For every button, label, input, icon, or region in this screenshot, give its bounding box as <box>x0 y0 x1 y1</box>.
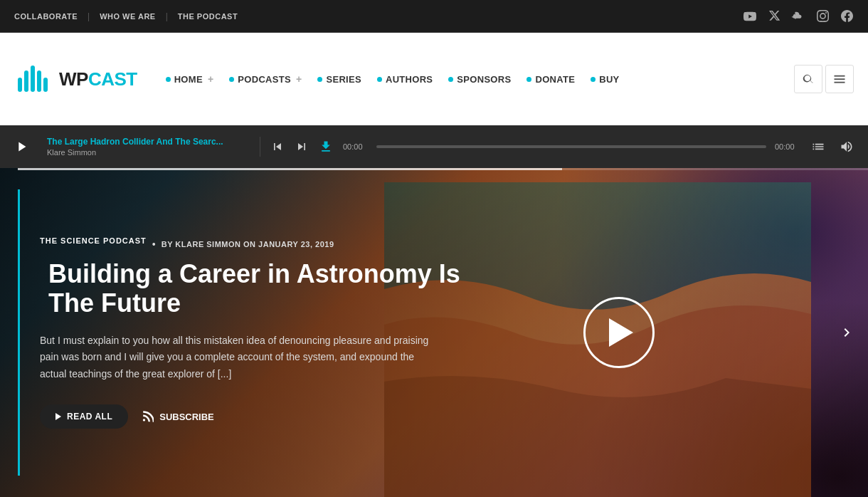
hero-next-button[interactable] <box>834 320 859 345</box>
read-all-button[interactable]: READ ALL <box>40 404 128 429</box>
hero-play-button[interactable] <box>583 297 655 368</box>
soundcloud-icon[interactable] <box>791 9 805 23</box>
svg-rect-7 <box>835 82 845 83</box>
hero-content: THE SCIENCE PODCAST • BY KLARE SIMMON ON… <box>0 168 534 497</box>
progress-bar[interactable] <box>376 145 766 148</box>
hero-buttons: READ ALL SUBSCRIBE <box>40 404 505 429</box>
menu-button[interactable] <box>825 65 854 93</box>
time-total: 00:00 <box>775 142 800 151</box>
next-button[interactable] <box>293 138 310 155</box>
read-all-label: READ ALL <box>67 412 112 422</box>
play-triangle-icon <box>55 413 61 420</box>
nav-donate[interactable]: DONATE <box>519 70 582 89</box>
hero-section: THE SCIENCE PODCAST • BY KLARE SIMMON ON… <box>0 168 868 497</box>
svg-rect-5 <box>835 75 845 77</box>
queue-button[interactable] <box>808 137 828 157</box>
header-actions <box>794 65 854 93</box>
hero-title: Building a Career in Astronomy Is The Fu… <box>40 259 505 318</box>
svg-rect-3 <box>37 70 41 92</box>
nav-dot <box>229 77 234 82</box>
nav-authors[interactable]: AUTHORS <box>370 70 440 89</box>
svg-rect-0 <box>18 78 22 92</box>
time-current: 00:00 <box>343 142 368 151</box>
top-bar: COLLABORATE | WHO WE ARE | THE PODCAST <box>0 0 868 33</box>
download-button[interactable] <box>317 138 334 155</box>
hero-excerpt: But I must explain to you how all this m… <box>40 333 431 383</box>
svg-rect-2 <box>31 66 35 92</box>
track-title: The Large Hadron Collider And The Searc.… <box>47 137 253 147</box>
track-info: The Large Hadron Collider And The Searc.… <box>40 137 260 157</box>
search-button[interactable] <box>794 65 822 93</box>
previous-button[interactable] <box>269 138 286 155</box>
svg-rect-4 <box>43 78 48 92</box>
header: WPCAST HOME + PODCASTS + SERIES AUTHORS … <box>0 33 868 125</box>
twitter-icon[interactable] <box>767 9 781 23</box>
nav-podcasts[interactable]: PODCASTS + <box>222 69 309 89</box>
topbar-link-who-we-are[interactable]: WHO WE ARE <box>90 12 166 21</box>
subscribe-label: SUBSCRIBE <box>159 412 214 422</box>
facebook-icon[interactable] <box>840 9 854 23</box>
logo[interactable]: WPCAST <box>14 60 137 99</box>
play-icon <box>609 318 633 347</box>
nav-dot <box>377 77 382 82</box>
nav-dot <box>591 77 596 82</box>
svg-rect-1 <box>24 70 28 92</box>
nav-home[interactable]: HOME + <box>159 69 221 89</box>
topbar-link-the-podcast[interactable]: THE PODCAST <box>168 12 248 21</box>
logo-text: WPCAST <box>59 68 137 90</box>
nav-dot <box>317 77 322 82</box>
nav-series[interactable]: SERIES <box>310 70 368 89</box>
hero-category: THE SCIENCE PODCAST <box>40 236 147 245</box>
player-play-button[interactable] <box>11 137 31 157</box>
nav-sponsors[interactable]: SPONSORS <box>441 70 518 89</box>
instagram-icon[interactable] <box>815 9 830 23</box>
main-nav: HOME + PODCASTS + SERIES AUTHORS SPONSOR… <box>159 69 794 89</box>
top-bar-links: COLLABORATE | WHO WE ARE | THE PODCAST <box>14 11 248 21</box>
svg-rect-6 <box>835 78 845 80</box>
track-author: Klare Simmon <box>47 148 253 157</box>
player-bar: The Large Hadron Collider And The Searc.… <box>0 125 868 168</box>
volume-button[interactable] <box>837 137 857 157</box>
rss-icon <box>142 411 154 422</box>
nav-dot <box>448 77 453 82</box>
social-icons <box>743 9 854 23</box>
hero-meta: BY KLARE SIMMON ON JANUARY 23, 2019 <box>162 240 334 248</box>
nav-dot <box>526 77 531 82</box>
subscribe-button[interactable]: SUBSCRIBE <box>142 411 214 422</box>
topbar-link-collaborate[interactable]: COLLABORATE <box>14 12 88 21</box>
nav-dot <box>166 77 171 82</box>
youtube-icon[interactable] <box>743 9 757 23</box>
player-controls <box>269 138 334 155</box>
nav-buy[interactable]: BUY <box>583 70 626 89</box>
